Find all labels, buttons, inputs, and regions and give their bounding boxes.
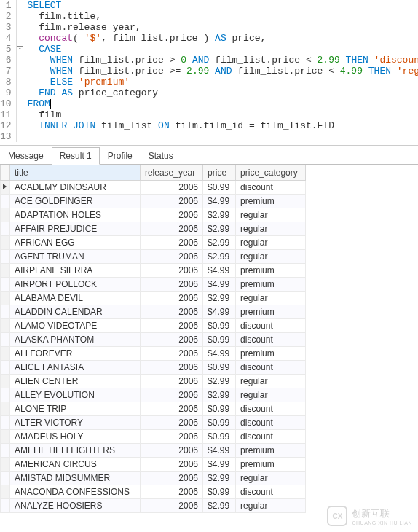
- tab-status[interactable]: Status: [141, 147, 181, 164]
- table-row[interactable]: AIRPLANE SIERRA2006$4.99premium: [1, 264, 306, 278]
- table-row[interactable]: AMADEUS HOLY2006$0.99discount: [1, 430, 306, 444]
- table-row[interactable]: ALLEY EVOLUTION2006$2.99regular: [1, 388, 306, 402]
- cell-release-year[interactable]: 2006: [140, 333, 202, 347]
- cell-price-category[interactable]: regular: [236, 388, 306, 402]
- cell-price-category[interactable]: regular: [236, 208, 306, 222]
- cell-release-year[interactable]: 2006: [140, 264, 202, 278]
- table-row[interactable]: ALIEN CENTER2006$2.99regular: [1, 375, 306, 388]
- cell-price-category[interactable]: regular: [236, 250, 306, 264]
- tab-message[interactable]: Message: [0, 147, 52, 164]
- cell-title[interactable]: ANALYZE HOOSIERS: [10, 499, 141, 513]
- cell-price[interactable]: $4.99: [203, 264, 236, 278]
- table-row[interactable]: ALICE FANTASIA2006$0.99discount: [1, 361, 306, 375]
- row-header[interactable]: [1, 375, 10, 388]
- code-line[interactable]: WHEN film_list.price > 0 AND film_list.p…: [28, 55, 418, 66]
- cell-price-category[interactable]: discount: [236, 485, 306, 499]
- cell-price[interactable]: $0.99: [203, 333, 236, 347]
- row-header[interactable]: [1, 458, 10, 472]
- cell-price[interactable]: $4.99: [203, 347, 236, 361]
- row-header[interactable]: [1, 430, 10, 444]
- table-row[interactable]: ALADDIN CALENDAR2006$4.99premium: [1, 305, 306, 319]
- cell-release-year[interactable]: 2006: [140, 375, 202, 388]
- cell-price[interactable]: $0.99: [203, 361, 236, 375]
- cell-title[interactable]: AFRICAN EGG: [10, 236, 141, 250]
- cell-price-category[interactable]: regular: [236, 222, 306, 236]
- cell-title[interactable]: AGENT TRUMAN: [10, 250, 141, 264]
- code-line[interactable]: FROM: [28, 98, 418, 109]
- cell-price-category[interactable]: discount: [236, 402, 306, 416]
- row-header[interactable]: [1, 195, 10, 208]
- tab-profile[interactable]: Profile: [100, 147, 141, 164]
- cell-price-category[interactable]: discount: [236, 319, 306, 333]
- table-row[interactable]: ALABAMA DEVIL2006$2.99regular: [1, 292, 306, 305]
- table-row[interactable]: AIRPORT POLLOCK2006$4.99premium: [1, 278, 306, 292]
- cell-release-year[interactable]: 2006: [140, 278, 202, 292]
- row-header[interactable]: [1, 402, 10, 416]
- row-header[interactable]: [1, 444, 10, 458]
- table-row[interactable]: AMELIE HELLFIGHTERS2006$4.99premium: [1, 444, 306, 458]
- table-row[interactable]: ANACONDA CONFESSIONS2006$0.99discount: [1, 485, 306, 499]
- cell-price[interactable]: $2.99: [203, 292, 236, 305]
- cell-title[interactable]: ACE GOLDFINGER: [10, 195, 141, 208]
- cell-title[interactable]: AMISTAD MIDSUMMER: [10, 472, 141, 485]
- code-line[interactable]: END AS price_category: [28, 87, 418, 98]
- cell-title[interactable]: ALIEN CENTER: [10, 375, 141, 388]
- cell-release-year[interactable]: 2006: [140, 319, 202, 333]
- cell-title[interactable]: ADAPTATION HOLES: [10, 208, 141, 222]
- cell-release-year[interactable]: 2006: [140, 444, 202, 458]
- table-row[interactable]: ACE GOLDFINGER2006$4.99premium: [1, 195, 306, 208]
- code-line[interactable]: film: [28, 109, 418, 120]
- row-header[interactable]: [1, 222, 10, 236]
- cell-price-category[interactable]: discount: [236, 430, 306, 444]
- row-header[interactable]: [1, 236, 10, 250]
- table-row[interactable]: AFRICAN EGG2006$2.99regular: [1, 236, 306, 250]
- code-line[interactable]: [28, 131, 418, 142]
- cell-release-year[interactable]: 2006: [140, 458, 202, 472]
- cell-price-category[interactable]: regular: [236, 375, 306, 388]
- cell-price[interactable]: $2.99: [203, 388, 236, 402]
- cell-price[interactable]: $0.99: [203, 402, 236, 416]
- cell-price-category[interactable]: premium: [236, 305, 306, 319]
- col-price[interactable]: price: [203, 165, 236, 181]
- cell-release-year[interactable]: 2006: [140, 292, 202, 305]
- cell-price-category[interactable]: regular: [236, 236, 306, 250]
- code-line[interactable]: film.title,: [28, 11, 418, 22]
- cell-title[interactable]: ALLEY EVOLUTION: [10, 388, 141, 402]
- row-header[interactable]: [1, 278, 10, 292]
- cell-price-category[interactable]: premium: [236, 195, 306, 208]
- cell-release-year[interactable]: 2006: [140, 388, 202, 402]
- cell-release-year[interactable]: 2006: [140, 499, 202, 513]
- tab-result1[interactable]: Result 1: [52, 147, 100, 165]
- row-header[interactable]: [1, 305, 10, 319]
- cell-price-category[interactable]: discount: [236, 416, 306, 430]
- cell-title[interactable]: AMADEUS HOLY: [10, 430, 141, 444]
- cell-release-year[interactable]: 2006: [140, 416, 202, 430]
- cell-title[interactable]: ALI FOREVER: [10, 347, 141, 361]
- cell-title[interactable]: ALABAMA DEVIL: [10, 292, 141, 305]
- cell-price[interactable]: $2.99: [203, 375, 236, 388]
- row-header[interactable]: [1, 361, 10, 375]
- cell-price[interactable]: $0.99: [203, 416, 236, 430]
- cell-release-year[interactable]: 2006: [140, 236, 202, 250]
- code-line[interactable]: film.release_year,: [28, 22, 418, 33]
- cell-title[interactable]: ANACONDA CONFESSIONS: [10, 485, 141, 499]
- fold-toggle-icon[interactable]: -: [17, 46, 23, 52]
- cell-price[interactable]: $0.99: [203, 181, 236, 195]
- cell-release-year[interactable]: 2006: [140, 347, 202, 361]
- table-row[interactable]: AGENT TRUMAN2006$2.99regular: [1, 250, 306, 264]
- cell-price-category[interactable]: regular: [236, 292, 306, 305]
- cell-price-category[interactable]: premium: [236, 347, 306, 361]
- cell-price[interactable]: $4.99: [203, 278, 236, 292]
- cell-price[interactable]: $2.99: [203, 250, 236, 264]
- cell-price-category[interactable]: premium: [236, 264, 306, 278]
- table-row[interactable]: AMISTAD MIDSUMMER2006$2.99regular: [1, 472, 306, 485]
- row-pointer-icon[interactable]: [1, 181, 10, 195]
- table-row[interactable]: ALAMO VIDEOTAPE2006$0.99discount: [1, 319, 306, 333]
- cell-price[interactable]: $2.99: [203, 472, 236, 485]
- row-header[interactable]: [1, 250, 10, 264]
- cell-release-year[interactable]: 2006: [140, 402, 202, 416]
- cell-price[interactable]: $2.99: [203, 222, 236, 236]
- cell-price[interactable]: $0.99: [203, 485, 236, 499]
- code-line[interactable]: WHEN film_list.price >= 2.99 AND film_li…: [28, 66, 418, 77]
- row-header[interactable]: [1, 416, 10, 430]
